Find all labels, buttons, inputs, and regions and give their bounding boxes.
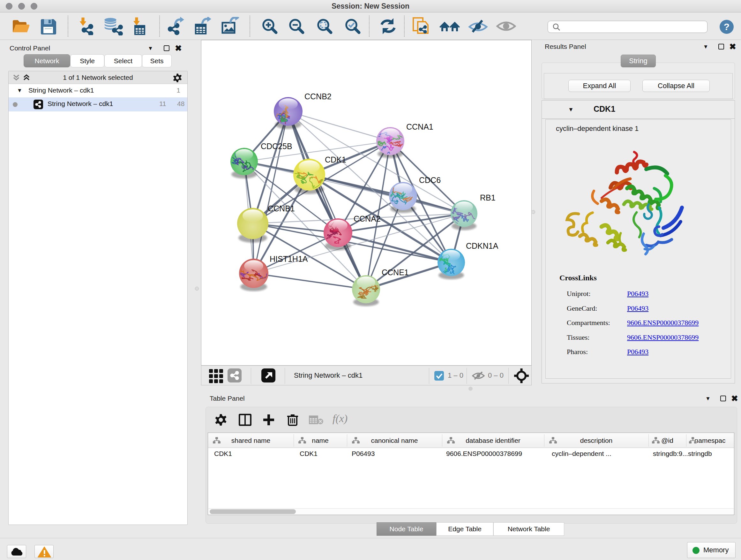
svg-text:CDK1: CDK1 — [325, 155, 346, 164]
svg-text:CCNB2: CCNB2 — [305, 92, 332, 101]
svg-text:HIST1H1A: HIST1H1A — [270, 254, 308, 263]
svg-text:CDKN1A: CDKN1A — [466, 241, 498, 250]
svg-text:CCNA1: CCNA1 — [406, 122, 433, 131]
svg-text:CCNA2: CCNA2 — [354, 214, 381, 223]
svg-text:CCNE1: CCNE1 — [382, 268, 409, 277]
svg-text:CCNB1: CCNB1 — [268, 204, 295, 213]
svg-text:RB1: RB1 — [480, 193, 495, 202]
svg-text:CDC25B: CDC25B — [261, 142, 292, 151]
svg-text:CDC6: CDC6 — [419, 176, 441, 185]
